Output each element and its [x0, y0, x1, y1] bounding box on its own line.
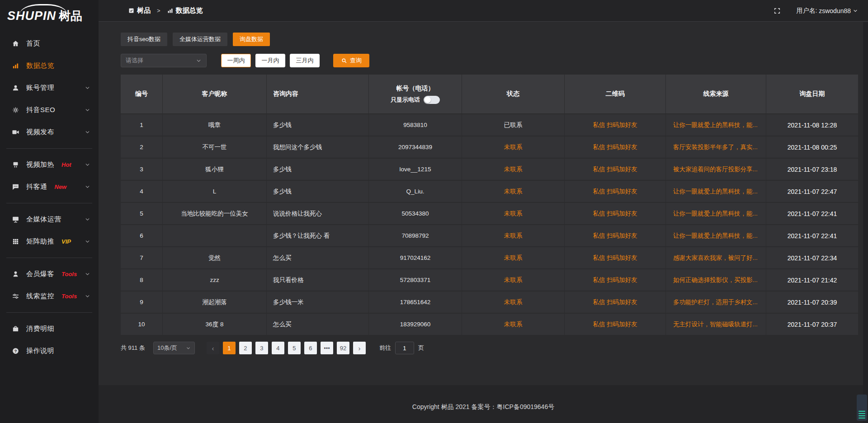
sidebar-item[interactable]: 抖客通 New [0, 176, 99, 198]
sidebar-item[interactable]: 视频发布 [0, 121, 99, 143]
cell-nickname: 狐小狸 [163, 158, 267, 180]
sidebar-item-label: 数据总览 [26, 61, 54, 70]
prev-page-button[interactable]: ‹ [207, 342, 219, 354]
qr-links[interactable]: 私信 扫码加好友 [565, 224, 666, 246]
page-button[interactable]: 2 [239, 342, 252, 354]
date-range-button[interactable]: 一月内 [255, 54, 285, 67]
source-link[interactable]: 无主灯设计，智能磁吸轨道灯... [666, 313, 766, 335]
query-button[interactable]: 查询 [333, 54, 369, 67]
cell-content: 多少钱 [267, 113, 369, 136]
status-badge: 未联系 [462, 268, 565, 291]
topbar: 树品 > 数据总览 用户名: zswodun88 [99, 0, 868, 22]
page-button[interactable]: 5 [288, 342, 301, 354]
breadcrumb-separator: > [157, 7, 160, 14]
monitor-icon [12, 216, 19, 223]
page-button[interactable]: 92 [337, 342, 349, 354]
status-badge: 未联系 [462, 291, 565, 313]
source-link[interactable]: 被大家追着问的客厅投影分享... [666, 158, 766, 180]
qr-links[interactable]: 私信 扫码加好友 [565, 113, 666, 136]
chevron-down-icon [85, 85, 90, 91]
qr-links[interactable]: 私信 扫码加好友 [565, 158, 666, 180]
page-button[interactable]: 1 [223, 342, 236, 354]
sidebar-item[interactable]: 视频加热 Hot [0, 154, 99, 176]
date-range-button[interactable]: 一周内 [221, 54, 251, 67]
table-row: 1 哦章 多少钱 9583810 已联系 私信 扫码加好友 让你一眼就爱上的黑科… [121, 113, 858, 136]
sliders-icon [12, 292, 19, 300]
goto-label: 前往 [379, 344, 391, 352]
sidebar-item[interactable]: 消费明细 [0, 318, 99, 340]
cell-no: 8 [121, 268, 163, 291]
sidebar-item[interactable]: 线索监控 Tools [0, 285, 99, 307]
source-link[interactable]: 让你一眼就爱上的黑科技，能... [666, 113, 766, 136]
qr-links[interactable]: 私信 扫码加好友 [565, 291, 666, 313]
table-row: 9 潮起潮落 多少钱一米 178651642 未联系 私信 扫码加好友 多功能护… [121, 291, 858, 313]
cell-account: 9583810 [369, 113, 462, 136]
next-page-button[interactable]: › [353, 342, 366, 354]
cell-account: love__1215 [369, 158, 462, 180]
sidebar-item[interactable]: 抖音SEO [0, 99, 99, 121]
source-link[interactable]: 让你一眼就爱上的黑科技，能... [666, 180, 766, 202]
cell-no: 1 [121, 113, 163, 136]
source-link[interactable]: 感谢大家喜欢我家，被问了好... [666, 246, 766, 268]
username: zswodun88 [819, 7, 851, 14]
cell-date: 2021-11-07 20:39 [766, 291, 858, 313]
tab[interactable]: 抖音seo数据 [121, 33, 167, 46]
qr-links[interactable]: 私信 扫码加好友 [565, 136, 666, 158]
floating-tool-widget[interactable] [857, 395, 867, 421]
scrollbar-track[interactable] [863, 22, 868, 423]
sidebar-item[interactable]: 矩阵助推 VIP [0, 230, 99, 253]
phone-only-toggle[interactable] [424, 96, 440, 104]
chevron-down-icon [186, 346, 191, 351]
chevron-down-icon [85, 216, 90, 222]
sidebar-item[interactable]: 数据总览 [0, 55, 99, 77]
tab[interactable]: 全媒体运营数据 [173, 33, 227, 46]
page-size-select[interactable]: 10条/页 [153, 342, 195, 354]
sidebar-item[interactable]: 账号管理 [0, 77, 99, 99]
date-range-button[interactable]: 三月内 [290, 54, 320, 67]
main-content: 抖音seo数据全媒体运营数据询盘数据 请选择 一周内一月内三月内 查询 编号 客… [99, 22, 868, 385]
page-button[interactable]: ••• [321, 342, 333, 354]
sidebar-item-label: 矩阵助推 [26, 237, 54, 246]
qr-links[interactable]: 私信 扫码加好友 [565, 246, 666, 268]
page-button[interactable]: 4 [272, 342, 284, 354]
sidebar-item[interactable]: 会员爆客 Tools [0, 263, 99, 285]
page-button[interactable]: 3 [255, 342, 268, 354]
qr-links[interactable]: 私信 扫码加好友 [565, 313, 666, 335]
sidebar-item[interactable]: 全媒体运营 [0, 208, 99, 230]
source-link[interactable]: 如何正确选择投影仪，买投影... [666, 268, 766, 291]
source-link[interactable]: 让你一眼就爱上的黑科技，能... [666, 224, 766, 246]
sidebar-item[interactable]: 操作说明 [0, 340, 99, 362]
table-row: 10 36度 8 怎么买 183929060 未联系 私信 扫码加好友 无主灯设… [121, 313, 858, 335]
grid-icon [12, 238, 19, 245]
source-link[interactable]: 让你一眼就爱上的黑科技，能... [666, 202, 766, 224]
select-placeholder: 请选择 [126, 56, 143, 65]
sidebar: SHUPIN 树品 首页 数据总览 账号管理 抖音SEO [0, 0, 99, 423]
cell-account: 183929060 [369, 313, 462, 335]
cell-account: 50534380 [369, 202, 462, 224]
qr-links[interactable]: 私信 扫码加好友 [565, 268, 666, 291]
user-menu[interactable]: 用户名: zswodun88 [796, 7, 858, 15]
breadcrumb-app[interactable]: 树品 [137, 6, 151, 15]
fullscreen-icon[interactable] [774, 7, 781, 14]
search-icon [341, 57, 347, 64]
account-select[interactable]: 请选择 [121, 54, 207, 67]
page-button[interactable]: 6 [304, 342, 317, 354]
wallet-icon [12, 325, 19, 333]
cell-nickname: 潮起潮落 [163, 291, 267, 313]
qr-links[interactable]: 私信 扫码加好友 [565, 202, 666, 224]
inquiry-table: 编号 客户昵称 咨询内容 帐号（电话） 只显示电话 状态 二维码 [121, 75, 858, 335]
sidebar-item-label: 消费明细 [26, 324, 54, 333]
status-badge: 未联系 [462, 202, 565, 224]
total-count: 共 911 条 [121, 344, 145, 352]
nav-badge: Tools [61, 271, 77, 277]
goto-page-input[interactable] [395, 342, 414, 354]
qr-links[interactable]: 私信 扫码加好友 [565, 180, 666, 202]
cell-account: 572803371 [369, 268, 462, 291]
data-tabs: 抖音seo数据全媒体运营数据询盘数据 [121, 33, 858, 46]
cell-nickname: 哦章 [163, 113, 267, 136]
source-link[interactable]: 客厅安装投影半年多了，真实... [666, 136, 766, 158]
sidebar-item[interactable]: 首页 [0, 33, 99, 55]
tab[interactable]: 询盘数据 [233, 33, 270, 46]
chevron-down-icon [85, 162, 90, 168]
source-link[interactable]: 多功能护栏灯，适用于乡村文... [666, 291, 766, 313]
